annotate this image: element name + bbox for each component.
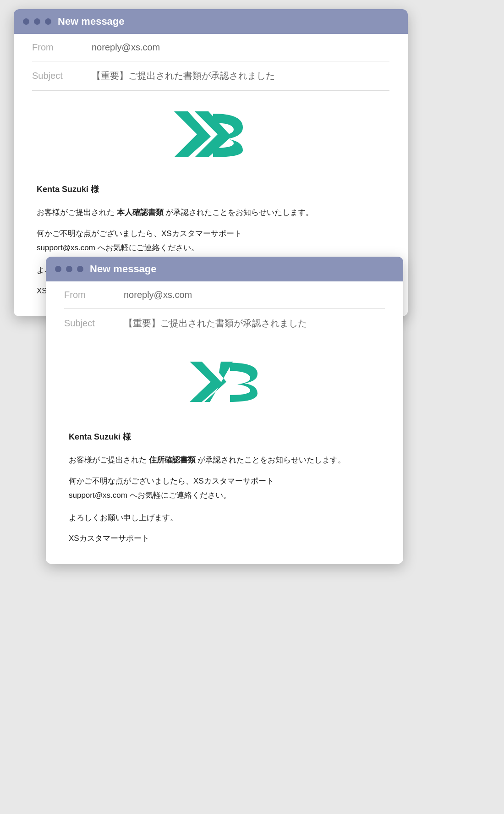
window-title-2: New message: [90, 263, 157, 275]
closing-2: よろしくお願い申し上げます。: [69, 512, 380, 525]
email-window-2: New message From noreply@xs.com Subject …: [46, 257, 403, 564]
signature-2: XSカスタマーサポート: [69, 532, 380, 545]
xs-logo-1: [174, 109, 247, 160]
xs-logo-2: [188, 357, 261, 407]
email-header-2: From noreply@xs.com Subject 【重要】ご提出された書類…: [46, 281, 403, 338]
window-dot-5: [66, 266, 72, 272]
para2-email-1: support@xs.com: [37, 243, 95, 252]
greeting-2: Kenta Suzuki 様: [69, 430, 380, 444]
para2-post-1: へお気軽にご連絡ください。: [95, 243, 199, 252]
subject-row-2: Subject 【重要】ご提出された書類が承認されました: [64, 309, 385, 338]
logo-area-2: [46, 338, 403, 421]
title-bar-1: New message: [14, 9, 408, 34]
from-label-2: From: [64, 290, 124, 300]
window-title-1: New message: [58, 16, 125, 28]
email-body-2: Kenta Suzuki 様 お客様がご提出された 住所確認書類 が承認されたこ…: [46, 421, 403, 564]
window-dot-4: [55, 266, 61, 272]
subject-label-1: Subject: [32, 71, 92, 81]
para2-post-2: へお気軽にご連絡ください。: [127, 491, 231, 500]
paragraph1-2: お客様がご提出された 住所確認書類 が承認されたことをお知らせいたします。: [69, 453, 380, 468]
from-value-2: noreply@xs.com: [124, 290, 192, 300]
para2-pre-1: 何かご不明な点がございましたら、XSカスタマーサポート: [37, 229, 242, 238]
from-row-1: From noreply@xs.com: [32, 34, 389, 61]
paragraph2-1: 何かご不明な点がございましたら、XSカスタマーサポート support@xs.c…: [37, 227, 385, 255]
window-dot-2: [34, 18, 40, 25]
from-label-1: From: [32, 42, 92, 53]
from-row-2: From noreply@xs.com: [64, 281, 385, 309]
para1-post-1: が承認されたことをお知らせいたします。: [164, 208, 314, 217]
window-dot-1: [23, 18, 29, 25]
para1-highlight-1: 本人確認書類: [117, 208, 164, 217]
from-value-1: noreply@xs.com: [92, 42, 160, 53]
subject-value-2: 【重要】ご提出された書類が承認されました: [124, 317, 307, 330]
paragraph1-1: お客様がご提出された 本人確認書類 が承認されたことをお知らせいたします。: [37, 206, 385, 220]
subject-row-1: Subject 【重要】ご提出された書類が承認されました: [32, 61, 389, 91]
para2-email-2: support@xs.com: [69, 491, 127, 500]
para1-pre-2: お客様がご提出された: [69, 456, 149, 464]
window-dot-3: [45, 18, 51, 25]
subject-value-1: 【重要】ご提出された書類が承認されました: [92, 70, 275, 82]
title-bar-2: New message: [46, 257, 403, 281]
logo-area-1: [14, 91, 408, 173]
paragraph2-2: 何かご不明な点がございましたら、XSカスタマーサポート support@xs.c…: [69, 474, 380, 502]
para1-post-2: が承認されたことをお知らせいたします。: [196, 456, 346, 464]
para1-pre-1: お客様がご提出された: [37, 208, 117, 217]
email-header-1: From noreply@xs.com Subject 【重要】ご提出された書類…: [14, 34, 408, 91]
para2-pre-2: 何かご不明な点がございましたら、XSカスタマーサポート: [69, 477, 274, 485]
window-dot-6: [77, 266, 83, 272]
para1-highlight-2: 住所確認書類: [149, 456, 196, 464]
greeting-1: Kenta Suzuki 様: [37, 182, 385, 197]
subject-label-2: Subject: [64, 318, 124, 329]
